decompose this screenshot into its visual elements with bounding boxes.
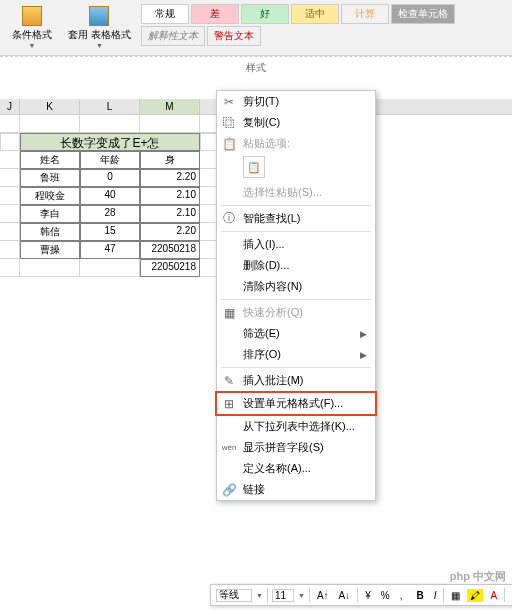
chevron-down-icon: ▼ — [96, 42, 103, 49]
col-header-m[interactable]: M — [140, 99, 200, 114]
font-name-input[interactable] — [216, 589, 252, 602]
ctx-paste-special: 选择性粘贴(S)... — [217, 182, 375, 203]
comment-icon: ✎ — [221, 373, 237, 389]
style-normal[interactable]: 常规 — [141, 4, 189, 24]
ctx-filter[interactable]: 筛选(E)▶ — [217, 323, 375, 344]
ctx-hyperlink[interactable]: 🔗链接 — [217, 479, 375, 500]
analysis-icon: ▦ — [221, 305, 237, 321]
pinyin-icon: wén — [221, 440, 237, 456]
ribbon: 条件格式 ▼ 套用 表格格式 ▼ 常规 差 好 适中 计算 检查单元格 解释性文… — [0, 0, 512, 56]
col-header-l[interactable]: L — [80, 99, 140, 114]
lookup-icon: ⓘ — [221, 211, 237, 227]
table-fmt-icon — [89, 6, 109, 26]
ctx-dropdown-list[interactable]: 从下拉列表中选择(K)... — [217, 416, 375, 437]
cond-fmt-label: 条件格式 — [12, 28, 52, 42]
ctx-clear[interactable]: 清除内容(N) — [217, 276, 375, 297]
ctx-format-cells[interactable]: ⊞设置单元格格式(F)... — [217, 393, 375, 414]
font-color-button[interactable]: A — [487, 589, 500, 602]
paste-icon: 📋 — [221, 136, 237, 152]
italic-button[interactable]: I — [431, 589, 440, 602]
comma-button[interactable]: , — [397, 589, 406, 602]
table-fmt-label: 套用 表格格式 — [68, 28, 131, 42]
table-format-button[interactable]: 套用 表格格式 ▼ — [62, 4, 137, 51]
font-size-input[interactable] — [272, 589, 294, 602]
decrease-font-button[interactable]: A↓ — [336, 589, 354, 602]
cell-styles-gallery[interactable]: 常规 差 好 适中 计算 检查单元格 解释性文本 警告文本 — [141, 4, 506, 46]
border-button[interactable]: ▦ — [448, 589, 463, 602]
header-body: 身 — [140, 151, 200, 169]
style-neutral[interactable]: 适中 — [291, 4, 339, 24]
style-check[interactable]: 检查单元格 — [391, 4, 455, 24]
header-age: 年龄 — [80, 151, 140, 169]
style-explain[interactable]: 解释性文本 — [141, 26, 205, 46]
watermark: php 中文网 — [450, 569, 506, 584]
paste-option-btn[interactable]: 📋 — [243, 156, 265, 178]
col-header-j[interactable]: J — [0, 99, 20, 114]
ctx-pinyin[interactable]: wén显示拼音字段(S) — [217, 437, 375, 458]
ctx-delete[interactable]: 删除(D)... — [217, 255, 375, 276]
conditional-format-button[interactable]: 条件格式 ▼ — [6, 4, 58, 51]
chevron-down-icon[interactable]: ▼ — [298, 592, 305, 599]
col-header-k[interactable]: K — [20, 99, 80, 114]
percent-button[interactable]: % — [378, 589, 393, 602]
link-icon: 🔗 — [221, 482, 237, 498]
ctx-insert[interactable]: 插入(I)... — [217, 234, 375, 255]
cond-fmt-icon — [22, 6, 42, 26]
format-cells-icon: ⊞ — [221, 396, 237, 412]
ctx-smart-lookup[interactable]: ⓘ智能查找(L) — [217, 208, 375, 229]
table-title: 长数字变成了E+怎 — [20, 133, 200, 151]
style-calc[interactable]: 计算 — [341, 4, 389, 24]
mini-toolbar: ▼ ▼ A↑ A↓ ¥ % , B I ▦ 🖍 A .00→ ←.00 ✎ — [210, 584, 512, 606]
style-good[interactable]: 好 — [241, 4, 289, 24]
paste-options-row: 📋 — [217, 154, 375, 182]
chevron-right-icon: ▶ — [360, 350, 367, 360]
currency-button[interactable]: ¥ — [362, 589, 374, 602]
ctx-cut[interactable]: ✂剪切(T) — [217, 91, 375, 112]
fill-color-button[interactable]: 🖍 — [467, 589, 483, 602]
ctx-quick-analysis: ▦快速分析(Q) — [217, 302, 375, 323]
bold-button[interactable]: B — [413, 589, 426, 602]
chevron-right-icon: ▶ — [360, 329, 367, 339]
increase-font-button[interactable]: A↑ — [314, 589, 332, 602]
ctx-copy[interactable]: ⿻复制(C) — [217, 112, 375, 133]
style-bad[interactable]: 差 — [191, 4, 239, 24]
ctx-insert-comment[interactable]: ✎插入批注(M) — [217, 370, 375, 391]
ctx-sort[interactable]: 排序(O)▶ — [217, 344, 375, 365]
styles-group-label: 样式 — [0, 56, 512, 79]
header-name: 姓名 — [20, 151, 80, 169]
ctx-define-name[interactable]: 定义名称(A)... — [217, 458, 375, 479]
ctx-paste-options-label: 📋粘贴选项: — [217, 133, 375, 154]
cut-icon: ✂ — [221, 94, 237, 110]
chevron-down-icon: ▼ — [29, 42, 36, 49]
context-menu: ✂剪切(T) ⿻复制(C) 📋粘贴选项: 📋 选择性粘贴(S)... ⓘ智能查找… — [216, 90, 376, 501]
copy-icon: ⿻ — [221, 115, 237, 131]
chevron-down-icon[interactable]: ▼ — [256, 592, 263, 599]
style-warning[interactable]: 警告文本 — [207, 26, 261, 46]
